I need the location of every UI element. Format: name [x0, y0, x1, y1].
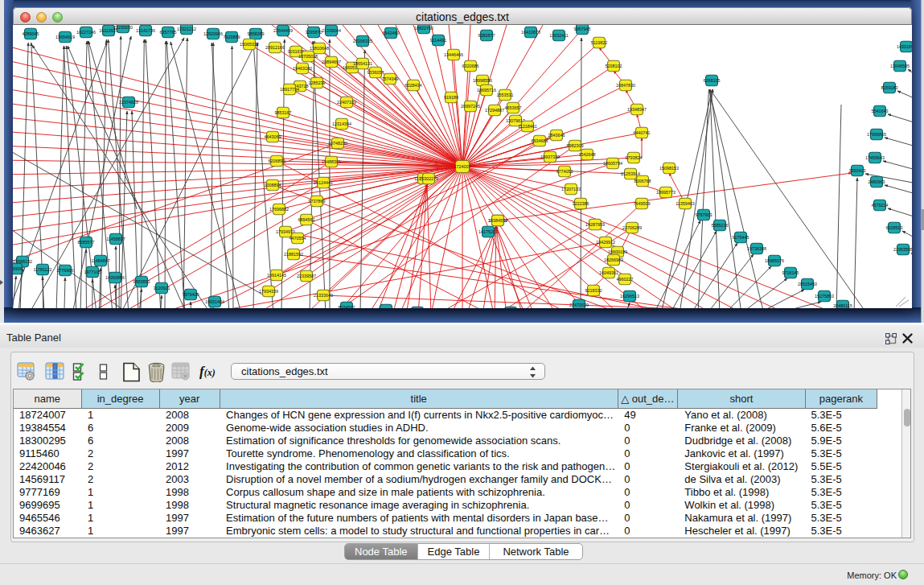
svg-text:4470554: 4470554 [290, 236, 306, 241]
svg-text:20997245: 20997245 [461, 104, 480, 109]
svg-text:4289045: 4289045 [23, 31, 39, 36]
svg-text:5119822: 5119822 [591, 40, 608, 45]
svg-text:8269062: 8269062 [13, 266, 25, 271]
svg-text:6206893: 6206893 [269, 159, 285, 163]
svg-text:13810648: 13810648 [310, 46, 329, 51]
svg-text:17459643: 17459643 [865, 155, 885, 160]
svg-text:10914145: 10914145 [267, 273, 286, 278]
svg-text:1724007: 1724007 [454, 164, 471, 169]
svg-text:21253914: 21253914 [621, 171, 640, 176]
svg-text:19348347: 19348347 [627, 107, 647, 112]
svg-text:9957945: 9957945 [574, 27, 591, 31]
svg-text:919189: 919189 [444, 95, 458, 100]
svg-text:13654919: 13654919 [55, 35, 75, 39]
svg-text:8585577: 8585577 [78, 240, 95, 245]
svg-text:18917734: 18917734 [280, 87, 299, 92]
svg-text:21953595: 21953595 [893, 247, 912, 252]
svg-text:4579214: 4579214 [872, 203, 889, 208]
svg-text:10748230: 10748230 [328, 141, 347, 146]
svg-text:21881592: 21881592 [284, 252, 303, 257]
svg-text:6320686: 6320686 [462, 64, 479, 68]
svg-text:18822760: 18822760 [414, 26, 433, 31]
svg-text:11359463: 11359463 [676, 201, 695, 206]
svg-text:19384554: 19384554 [488, 218, 507, 223]
svg-text:8006768: 8006768 [634, 179, 651, 183]
svg-text:6357765: 6357765 [160, 30, 177, 35]
svg-text:11458837: 11458837 [106, 237, 125, 241]
svg-text:18266963: 18266963 [604, 257, 623, 262]
svg-text:20912166: 20912166 [265, 45, 285, 50]
svg-text:2843646: 2843646 [548, 133, 565, 138]
svg-text:22407109: 22407109 [337, 100, 356, 105]
svg-text:6440741: 6440741 [634, 130, 651, 135]
svg-text:3222386: 3222386 [573, 201, 589, 206]
svg-text:13632411: 13632411 [549, 33, 569, 38]
svg-text:7929889: 7929889 [224, 35, 240, 39]
svg-text:9218332: 9218332 [585, 288, 602, 293]
svg-text:12314394: 12314394 [332, 122, 351, 126]
svg-text:8034562: 8034562 [339, 305, 355, 308]
svg-text:9787903: 9787903 [696, 212, 713, 217]
svg-text:18995773: 18995773 [656, 190, 676, 195]
svg-text:22230030: 22230030 [113, 25, 133, 30]
svg-text:15275853: 15275853 [815, 294, 834, 299]
svg-text:20894697: 20894697 [322, 60, 341, 64]
svg-text:11781122: 11781122 [33, 267, 51, 272]
svg-text:7574349: 7574349 [382, 76, 399, 81]
svg-text:18985076: 18985076 [765, 258, 784, 263]
svg-text:16296513: 16296513 [620, 294, 639, 299]
svg-text:17207133: 17207133 [561, 187, 581, 192]
svg-text:13046585: 13046585 [890, 64, 910, 68]
svg-text:18998556: 18998556 [473, 78, 492, 83]
svg-text:4653657: 4653657 [505, 105, 522, 110]
svg-text:8259183: 8259183 [881, 85, 898, 90]
svg-text:8934686: 8934686 [532, 138, 548, 143]
svg-text:6028503: 6028503 [886, 225, 903, 230]
svg-text:16049361: 16049361 [599, 270, 618, 275]
svg-text:22339587: 22339587 [297, 274, 316, 278]
svg-text:2480963: 2480963 [869, 179, 885, 184]
svg-text:9336057: 9336057 [368, 70, 384, 75]
svg-text:16847830: 16847830 [616, 83, 635, 88]
svg-text:21339044: 21339044 [322, 28, 341, 33]
svg-text:15488301: 15488301 [322, 159, 341, 164]
svg-text:5585216: 5585216 [712, 223, 729, 228]
svg-text:2776966: 2776966 [57, 268, 74, 273]
svg-text:15098153: 15098153 [659, 166, 679, 171]
svg-text:1977105: 1977105 [84, 270, 101, 274]
svg-text:17934339: 17934339 [259, 289, 278, 294]
svg-text:3120921: 3120921 [154, 286, 170, 290]
svg-text:4643069: 4643069 [265, 134, 281, 139]
svg-text:16410878: 16410878 [521, 30, 540, 35]
svg-text:3295870: 3295870 [306, 30, 322, 35]
svg-text:18605794: 18605794 [603, 161, 622, 166]
svg-text:6642460: 6642460 [383, 31, 400, 35]
svg-text:17294887: 17294887 [485, 108, 504, 113]
svg-text:9858289: 9858289 [248, 31, 265, 36]
svg-text:7649509: 7649509 [634, 201, 651, 206]
svg-text:14287959: 14287959 [585, 222, 605, 227]
svg-text:22892872: 22892872 [376, 307, 396, 308]
svg-text:17696882: 17696882 [269, 207, 289, 212]
svg-text:12820906: 12820906 [203, 31, 223, 36]
svg-text:22206335: 22206335 [353, 39, 372, 43]
svg-text:1285239: 1285239 [309, 80, 326, 85]
svg-text:7979409: 7979409 [183, 292, 199, 297]
svg-text:1008894: 1008894 [265, 183, 281, 187]
svg-text:14175203: 14175203 [478, 229, 498, 234]
svg-text:6894562: 6894562 [298, 217, 315, 222]
svg-text:13705018: 13705018 [298, 54, 318, 59]
svg-text:21333649: 21333649 [314, 293, 333, 298]
svg-text:22470529: 22470529 [569, 303, 589, 307]
svg-text:9793824: 9793824 [626, 155, 643, 160]
svg-text:8982309: 8982309 [567, 143, 584, 148]
svg-text:13429912: 13429912 [596, 240, 615, 245]
svg-text:15600199: 15600199 [608, 249, 627, 254]
svg-text:6028434: 6028434 [405, 83, 422, 88]
svg-text:13321212: 13321212 [177, 27, 196, 31]
svg-text:20515450: 20515450 [798, 282, 817, 286]
svg-text:9853167: 9853167 [275, 110, 292, 115]
svg-text:10227246: 10227246 [76, 30, 96, 35]
svg-text:22706289: 22706289 [622, 225, 642, 230]
svg-text:19463180: 19463180 [293, 66, 312, 71]
